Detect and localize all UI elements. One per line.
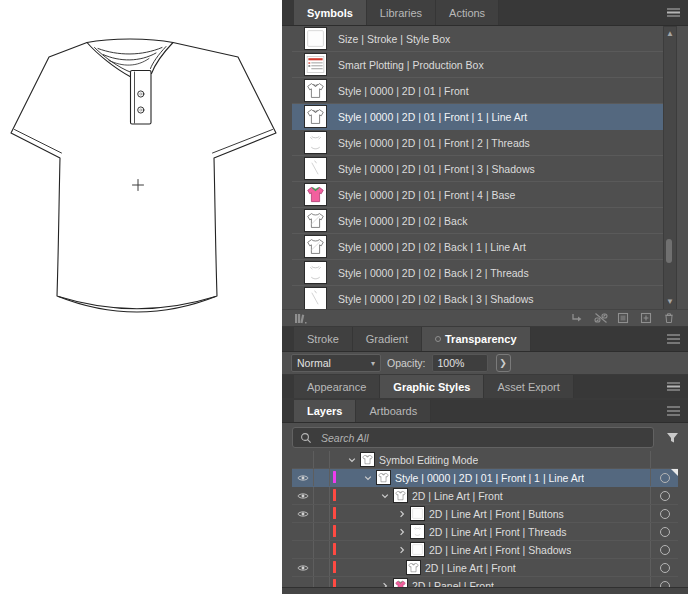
layer-row[interactable]: Symbol Editing Mode: [292, 451, 678, 469]
scroll-up-icon[interactable]: ▲: [664, 30, 676, 38]
filter-icon[interactable]: [666, 432, 679, 444]
layer-row-selected[interactable]: Style | 0000 | 2D | 01 | Front | 1 | Lin…: [292, 469, 678, 487]
tab-symbols[interactable]: Symbols: [294, 0, 367, 25]
layer-label[interactable]: Style | 0000 | 2D | 01 | Front | 1 | Lin…: [395, 472, 584, 484]
layer-row[interactable]: 2D | Line Art | Front: [292, 559, 678, 577]
lock-cell[interactable]: [314, 559, 330, 576]
symbol-item[interactable]: Style | 0000 | 2D | 02 | Back | 2 | Thre…: [292, 260, 663, 286]
panel-menu-icon[interactable]: [667, 335, 680, 344]
target-circle-icon[interactable]: [660, 527, 670, 537]
panel-menu-icon[interactable]: [667, 8, 680, 17]
visibility-cell[interactable]: [292, 541, 314, 558]
layer-row[interactable]: 2D | Line Art | Front: [292, 487, 678, 505]
search-input[interactable]: [319, 431, 646, 445]
layer-label[interactable]: 2D | Line Art | Front | Threads: [429, 526, 567, 538]
layer-row[interactable]: 2D | Line Art | Front | Threads: [292, 523, 678, 541]
artboard-canvas[interactable]: [0, 0, 282, 594]
visibility-cell[interactable]: [292, 505, 314, 522]
lock-cell[interactable]: [314, 523, 330, 540]
symbol-item[interactable]: Style | 0000 | 2D | 02 | Back | 1 | Line…: [292, 234, 663, 260]
break-link-icon[interactable]: [594, 312, 607, 324]
chevron-right-icon[interactable]: [397, 510, 406, 518]
symbol-item[interactable]: Style | 0000 | 2D | 01 | Front | 2 | Thr…: [292, 130, 663, 156]
symbol-item[interactable]: Size | Stroke | Style Box: [292, 26, 663, 52]
lock-cell[interactable]: [314, 505, 330, 522]
tab-libraries[interactable]: Libraries: [367, 0, 436, 25]
visibility-cell[interactable]: [292, 451, 314, 468]
search-field[interactable]: [292, 427, 654, 448]
layer-thumbnail[interactable]: [360, 452, 375, 467]
target-circle-icon[interactable]: [660, 491, 670, 501]
tab-graphic-styles[interactable]: Graphic Styles: [380, 375, 484, 398]
symbol-item[interactable]: Style | 0000 | 2D | 01 | Front: [292, 78, 663, 104]
layer-thumbnail[interactable]: [406, 560, 421, 575]
symbol-options-icon[interactable]: [617, 312, 630, 324]
symbols-scrollbar[interactable]: ▲ ▼: [663, 26, 677, 310]
target-cell[interactable]: [650, 505, 678, 522]
opacity-stepper-button[interactable]: ❯: [496, 354, 511, 372]
layer-label[interactable]: Symbol Editing Mode: [379, 454, 478, 466]
symbol-item[interactable]: Style | 0000 | 2D | 01 | Front | 3 | Sha…: [292, 156, 663, 182]
symbol-item[interactable]: Style | 0000 | 2D | 02 | Back: [292, 208, 663, 234]
eye-icon[interactable]: [297, 492, 309, 500]
layer-row[interactable]: 2D | Line Art | Front | Shadows: [292, 541, 678, 559]
layer-thumbnail[interactable]: [376, 470, 391, 485]
opacity-input[interactable]: 100%: [432, 354, 488, 372]
target-cell[interactable]: [650, 451, 678, 468]
layer-label[interactable]: 2D | Line Art | Front: [425, 562, 516, 574]
target-circle-icon[interactable]: [660, 473, 670, 483]
tab-gradient[interactable]: Gradient: [353, 327, 422, 351]
new-symbol-icon[interactable]: [640, 312, 653, 324]
lock-cell[interactable]: [314, 451, 330, 468]
visibility-cell[interactable]: [292, 487, 314, 504]
layer-thumbnail[interactable]: [410, 524, 425, 539]
tab-stroke[interactable]: Stroke: [294, 327, 353, 351]
layer-label[interactable]: 2D | Line Art | Front | Buttons: [429, 508, 564, 520]
layer-row[interactable]: 2D | Line Art | Front | Buttons: [292, 505, 678, 523]
chevron-right-icon[interactable]: [397, 528, 406, 536]
symbol-item[interactable]: Style | 0000 | 2D | 01 | Front | 4 | Bas…: [292, 182, 663, 208]
chevron-down-icon[interactable]: [363, 474, 372, 482]
visibility-cell[interactable]: [292, 523, 314, 540]
scroll-down-icon[interactable]: ▼: [664, 298, 676, 306]
place-symbol-instance-icon[interactable]: [571, 312, 584, 324]
symbol-item[interactable]: Smart Plotting | Production Box: [292, 52, 663, 78]
target-circle-icon[interactable]: [660, 509, 670, 519]
lock-cell[interactable]: [314, 541, 330, 558]
eye-icon[interactable]: [297, 564, 309, 572]
symbol-item-selected[interactable]: Style | 0000 | 2D | 01 | Front | 1 | Lin…: [292, 104, 663, 130]
target-cell[interactable]: [650, 487, 678, 504]
tab-appearance[interactable]: Appearance: [294, 375, 380, 398]
tab-layers[interactable]: Layers: [294, 400, 356, 422]
target-circle-icon[interactable]: [660, 545, 670, 555]
layer-label[interactable]: 2D | Line Art | Front | Shadows: [429, 544, 571, 556]
tab-asset-export[interactable]: Asset Export: [484, 375, 573, 398]
layer-thumbnail[interactable]: [393, 488, 408, 503]
symbol-item[interactable]: Style | 0000 | 2D | 02 | Back | 3 | Shad…: [292, 286, 663, 310]
delete-symbol-icon[interactable]: [663, 312, 676, 324]
tab-actions[interactable]: Actions: [436, 0, 499, 25]
chevron-right-icon[interactable]: [397, 546, 406, 554]
lock-cell[interactable]: [314, 469, 330, 486]
visibility-cell[interactable]: [292, 559, 314, 576]
lock-cell[interactable]: [314, 487, 330, 504]
blend-mode-select[interactable]: Normal ▾: [291, 354, 381, 372]
layer-label[interactable]: 2D | Line Art | Front: [412, 490, 503, 502]
layer-thumbnail[interactable]: [410, 542, 425, 557]
target-cell[interactable]: [650, 559, 678, 576]
tab-transparency[interactable]: Transparency: [422, 327, 531, 351]
layer-thumbnail[interactable]: [410, 506, 425, 521]
chevron-down-icon[interactable]: [347, 456, 356, 464]
target-circle-icon[interactable]: [660, 563, 670, 573]
target-cell[interactable]: [650, 541, 678, 558]
scrollbar-thumb[interactable]: [666, 239, 672, 263]
eye-icon[interactable]: [297, 474, 309, 482]
target-cell[interactable]: [650, 523, 678, 540]
panel-menu-icon[interactable]: [667, 407, 680, 416]
visibility-cell[interactable]: [292, 469, 314, 486]
panel-menu-icon[interactable]: [667, 382, 680, 391]
eye-icon[interactable]: [297, 510, 309, 518]
symbol-libraries-menu-icon[interactable]: [294, 312, 307, 324]
chevron-down-icon[interactable]: [380, 492, 389, 500]
tab-artboards[interactable]: Artboards: [356, 400, 431, 422]
